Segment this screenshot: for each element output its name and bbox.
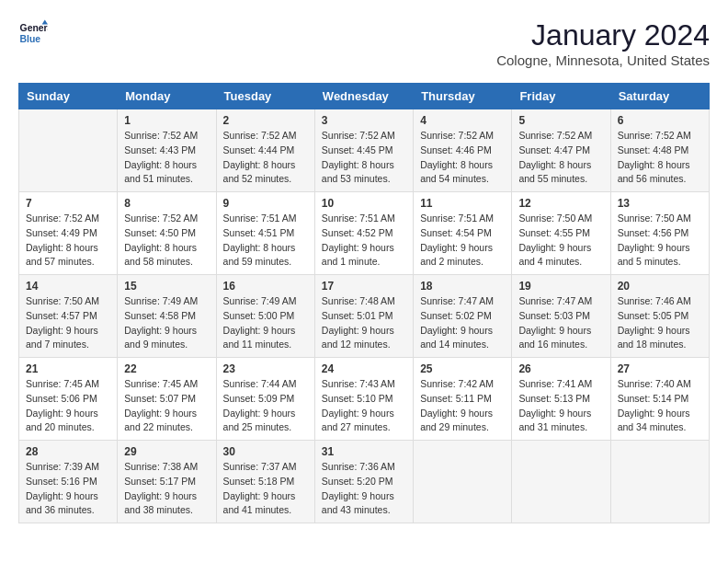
calendar-cell: 11Sunrise: 7:51 AMSunset: 4:54 PMDayligh… xyxy=(414,192,512,275)
calendar-cell: 7Sunrise: 7:52 AMSunset: 4:49 PMDaylight… xyxy=(19,192,118,275)
header-row: SundayMondayTuesdayWednesdayThursdayFrid… xyxy=(19,84,710,109)
calendar-cell: 16Sunrise: 7:49 AMSunset: 5:00 PMDayligh… xyxy=(216,275,314,358)
svg-text:General: General xyxy=(20,23,48,33)
day-info: Sunrise: 7:51 AMSunset: 4:51 PMDaylight:… xyxy=(223,212,308,270)
calendar-cell: 3Sunrise: 7:52 AMSunset: 4:45 PMDaylight… xyxy=(314,109,413,192)
day-number: 10 xyxy=(322,197,406,210)
calendar-cell: 17Sunrise: 7:48 AMSunset: 5:01 PMDayligh… xyxy=(314,275,413,358)
calendar-cell: 30Sunrise: 7:37 AMSunset: 5:18 PMDayligh… xyxy=(216,441,314,523)
header-day: Friday xyxy=(512,84,610,109)
day-number: 16 xyxy=(223,280,308,293)
day-info: Sunrise: 7:52 AMSunset: 4:43 PMDaylight:… xyxy=(124,129,209,187)
day-info: Sunrise: 7:43 AMSunset: 5:10 PMDaylight:… xyxy=(322,377,406,435)
calendar-cell: 24Sunrise: 7:43 AMSunset: 5:10 PMDayligh… xyxy=(314,358,413,441)
day-info: Sunrise: 7:48 AMSunset: 5:01 PMDaylight:… xyxy=(322,294,406,352)
day-info: Sunrise: 7:44 AMSunset: 5:09 PMDaylight:… xyxy=(223,377,308,435)
day-info: Sunrise: 7:47 AMSunset: 5:02 PMDaylight:… xyxy=(420,294,505,352)
calendar-cell: 27Sunrise: 7:40 AMSunset: 5:14 PMDayligh… xyxy=(610,358,709,441)
header-day: Tuesday xyxy=(216,84,314,109)
calendar-cell: 9Sunrise: 7:51 AMSunset: 4:51 PMDaylight… xyxy=(216,192,314,275)
calendar-week-row: 28Sunrise: 7:39 AMSunset: 5:16 PMDayligh… xyxy=(19,441,710,523)
day-number: 23 xyxy=(223,362,308,375)
day-info: Sunrise: 7:51 AMSunset: 4:52 PMDaylight:… xyxy=(322,212,406,270)
day-info: Sunrise: 7:52 AMSunset: 4:45 PMDaylight:… xyxy=(322,129,406,187)
calendar-cell: 6Sunrise: 7:52 AMSunset: 4:48 PMDaylight… xyxy=(610,109,709,192)
calendar-cell xyxy=(512,441,610,523)
day-info: Sunrise: 7:37 AMSunset: 5:18 PMDaylight:… xyxy=(223,460,308,518)
day-info: Sunrise: 7:40 AMSunset: 5:14 PMDaylight:… xyxy=(618,377,702,435)
day-number: 9 xyxy=(223,197,308,210)
header-day: Thursday xyxy=(414,84,512,109)
day-number: 15 xyxy=(124,280,209,293)
day-number: 13 xyxy=(618,197,702,210)
calendar-cell: 8Sunrise: 7:52 AMSunset: 4:50 PMDaylight… xyxy=(118,192,216,275)
calendar-cell xyxy=(19,109,118,192)
header-day: Sunday xyxy=(19,84,118,109)
day-info: Sunrise: 7:42 AMSunset: 5:11 PMDaylight:… xyxy=(420,377,505,435)
day-info: Sunrise: 7:51 AMSunset: 4:54 PMDaylight:… xyxy=(420,212,505,270)
calendar-week-row: 7Sunrise: 7:52 AMSunset: 4:49 PMDaylight… xyxy=(19,192,710,275)
calendar-cell: 14Sunrise: 7:50 AMSunset: 4:57 PMDayligh… xyxy=(19,275,118,358)
month-title: January 2024 xyxy=(496,18,710,52)
day-info: Sunrise: 7:50 AMSunset: 4:55 PMDaylight:… xyxy=(518,212,603,270)
day-info: Sunrise: 7:52 AMSunset: 4:48 PMDaylight:… xyxy=(618,129,702,187)
day-number: 8 xyxy=(124,197,209,210)
calendar-cell: 28Sunrise: 7:39 AMSunset: 5:16 PMDayligh… xyxy=(19,441,118,523)
svg-text:Blue: Blue xyxy=(20,34,41,44)
svg-marker-2 xyxy=(42,20,48,25)
day-number: 24 xyxy=(322,362,406,375)
calendar-cell: 25Sunrise: 7:42 AMSunset: 5:11 PMDayligh… xyxy=(414,358,512,441)
day-info: Sunrise: 7:47 AMSunset: 5:03 PMDaylight:… xyxy=(518,294,603,352)
day-info: Sunrise: 7:49 AMSunset: 4:58 PMDaylight:… xyxy=(124,294,209,352)
day-number: 18 xyxy=(420,280,505,293)
day-number: 21 xyxy=(26,362,110,375)
calendar-cell: 5Sunrise: 7:52 AMSunset: 4:47 PMDaylight… xyxy=(512,109,610,192)
day-info: Sunrise: 7:45 AMSunset: 5:07 PMDaylight:… xyxy=(124,377,209,435)
calendar-body: 1Sunrise: 7:52 AMSunset: 4:43 PMDaylight… xyxy=(19,109,710,523)
logo-icon: General Blue xyxy=(18,18,48,48)
day-info: Sunrise: 7:41 AMSunset: 5:13 PMDaylight:… xyxy=(518,377,603,435)
day-info: Sunrise: 7:45 AMSunset: 5:06 PMDaylight:… xyxy=(26,377,110,435)
day-number: 1 xyxy=(124,114,209,127)
day-number: 22 xyxy=(124,362,209,375)
day-number: 17 xyxy=(322,280,406,293)
day-number: 14 xyxy=(26,280,110,293)
calendar-cell: 13Sunrise: 7:50 AMSunset: 4:56 PMDayligh… xyxy=(610,192,709,275)
day-number: 31 xyxy=(322,445,406,458)
day-number: 11 xyxy=(420,197,505,210)
calendar-cell: 4Sunrise: 7:52 AMSunset: 4:46 PMDaylight… xyxy=(414,109,512,192)
day-info: Sunrise: 7:38 AMSunset: 5:17 PMDaylight:… xyxy=(124,460,209,518)
day-number: 27 xyxy=(618,362,702,375)
calendar-cell: 21Sunrise: 7:45 AMSunset: 5:06 PMDayligh… xyxy=(19,358,118,441)
header-day: Saturday xyxy=(610,84,709,109)
calendar-header: SundayMondayTuesdayWednesdayThursdayFrid… xyxy=(19,84,710,109)
calendar-cell: 19Sunrise: 7:47 AMSunset: 5:03 PMDayligh… xyxy=(512,275,610,358)
header-day: Monday xyxy=(118,84,216,109)
calendar-cell: 1Sunrise: 7:52 AMSunset: 4:43 PMDaylight… xyxy=(118,109,216,192)
day-number: 26 xyxy=(518,362,603,375)
title-block: January 2024 Cologne, Minnesota, United … xyxy=(496,18,710,68)
day-number: 28 xyxy=(26,445,110,458)
day-number: 20 xyxy=(618,280,702,293)
day-number: 6 xyxy=(618,114,702,127)
calendar-cell: 23Sunrise: 7:44 AMSunset: 5:09 PMDayligh… xyxy=(216,358,314,441)
calendar-cell: 29Sunrise: 7:38 AMSunset: 5:17 PMDayligh… xyxy=(118,441,216,523)
day-number: 19 xyxy=(518,280,603,293)
day-number: 4 xyxy=(420,114,505,127)
day-number: 25 xyxy=(420,362,505,375)
calendar-week-row: 1Sunrise: 7:52 AMSunset: 4:43 PMDaylight… xyxy=(19,109,710,192)
day-info: Sunrise: 7:50 AMSunset: 4:56 PMDaylight:… xyxy=(618,212,702,270)
day-info: Sunrise: 7:52 AMSunset: 4:46 PMDaylight:… xyxy=(420,129,505,187)
location-subtitle: Cologne, Minnesota, United States xyxy=(496,52,710,68)
logo: General Blue xyxy=(18,18,48,48)
day-number: 3 xyxy=(322,114,406,127)
calendar-week-row: 14Sunrise: 7:50 AMSunset: 4:57 PMDayligh… xyxy=(19,275,710,358)
calendar-cell: 31Sunrise: 7:36 AMSunset: 5:20 PMDayligh… xyxy=(314,441,413,523)
day-number: 2 xyxy=(223,114,308,127)
day-info: Sunrise: 7:52 AMSunset: 4:47 PMDaylight:… xyxy=(518,129,603,187)
calendar-cell: 15Sunrise: 7:49 AMSunset: 4:58 PMDayligh… xyxy=(118,275,216,358)
day-info: Sunrise: 7:52 AMSunset: 4:49 PMDaylight:… xyxy=(26,212,110,270)
calendar-cell: 12Sunrise: 7:50 AMSunset: 4:55 PMDayligh… xyxy=(512,192,610,275)
day-number: 30 xyxy=(223,445,308,458)
day-number: 5 xyxy=(518,114,603,127)
